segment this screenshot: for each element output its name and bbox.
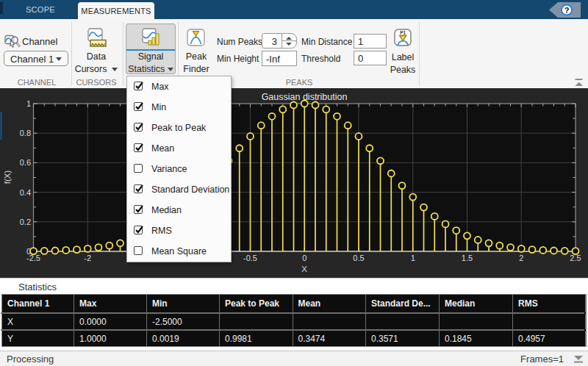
svg-text:0.2: 0.2: [20, 218, 31, 226]
svg-text:-0.5: -0.5: [243, 254, 257, 262]
svg-text:1.5: 1.5: [462, 254, 473, 262]
svg-text:P1: P1: [400, 30, 406, 35]
svg-text:0.5: 0.5: [353, 254, 364, 262]
svg-text:?: ?: [564, 6, 570, 15]
svg-text:0.6: 0.6: [20, 158, 31, 167]
svg-text:-2: -2: [84, 254, 91, 262]
svg-text:0.8: 0.8: [20, 129, 31, 137]
svg-text:1: 1: [411, 254, 415, 262]
svg-text:1: 1: [26, 99, 31, 108]
svg-text:0.4: 0.4: [20, 188, 31, 197]
svg-text:0: 0: [302, 254, 306, 262]
svg-text:2: 2: [519, 254, 523, 262]
svg-text:X: X: [301, 265, 307, 273]
svg-text:f(X): f(X): [3, 171, 12, 184]
